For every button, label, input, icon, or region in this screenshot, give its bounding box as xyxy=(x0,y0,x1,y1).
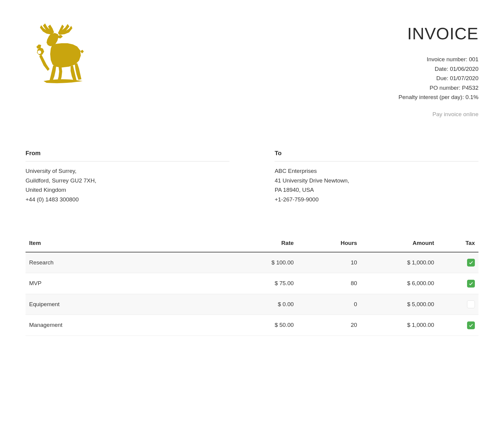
from-line: Guildford, Surrey GU2 7XH, xyxy=(26,176,229,185)
invoice-header: INVOICE Invoice number: 001 Date: 01/06/… xyxy=(26,21,478,119)
from-line: United Kingdom xyxy=(26,186,229,194)
table-header-row: Item Rate Hours Amount Tax xyxy=(26,235,478,252)
cell-tax xyxy=(438,252,478,273)
cell-item: MVP xyxy=(26,273,225,294)
check-icon xyxy=(469,281,473,286)
to-line: ABC Enterprises xyxy=(275,167,478,176)
line-items-table: Item Rate Hours Amount Tax Research$ 100… xyxy=(26,235,478,336)
cell-item: Management xyxy=(26,315,225,336)
cell-amount: $ 5,000.00 xyxy=(361,294,438,315)
pay-invoice-link[interactable]: Pay invoice online xyxy=(433,110,478,119)
from-block: From University of Surrey,Guildford, Sur… xyxy=(26,149,229,205)
stag-logo-icon xyxy=(26,21,86,84)
from-heading: From xyxy=(26,149,229,161)
col-header-tax: Tax xyxy=(438,235,478,252)
company-logo xyxy=(26,21,86,84)
col-header-hours: Hours xyxy=(297,235,361,252)
from-line: University of Surrey, xyxy=(26,167,229,176)
tax-checkbox[interactable] xyxy=(467,321,475,329)
col-header-item: Item xyxy=(26,235,225,252)
cell-tax xyxy=(438,273,478,294)
tax-checkbox[interactable] xyxy=(467,259,475,267)
tax-checkbox[interactable] xyxy=(467,300,475,308)
to-line: PA 18940, USA xyxy=(275,186,478,194)
to-heading: To xyxy=(275,149,478,161)
tax-checkbox[interactable] xyxy=(467,280,475,288)
check-icon xyxy=(469,323,473,328)
cell-hours: 20 xyxy=(297,315,361,336)
cell-rate: $ 0.00 xyxy=(225,294,297,315)
cell-amount: $ 6,000.00 xyxy=(361,273,438,294)
invoice-penalty: Penalty interest (per day): 0.1% xyxy=(399,93,478,102)
invoice-date: Date: 01/06/2020 xyxy=(399,65,478,74)
cell-amount: $ 1,000.00 xyxy=(361,315,438,336)
invoice-title: INVOICE xyxy=(399,21,478,46)
cell-rate: $ 100.00 xyxy=(225,252,297,273)
table-row: Equipement$ 0.000$ 5,000.00 xyxy=(26,294,478,315)
from-line: +44 (0) 1483 300800 xyxy=(26,195,229,204)
to-block: To ABC Enterprises41 University Drive Ne… xyxy=(275,149,478,205)
cell-item: Equipement xyxy=(26,294,225,315)
invoice-meta: INVOICE Invoice number: 001 Date: 01/06/… xyxy=(399,21,478,119)
col-header-rate: Rate xyxy=(225,235,297,252)
to-line: 41 University Drive Newtown, xyxy=(275,176,478,185)
col-header-amount: Amount xyxy=(361,235,438,252)
cell-rate: $ 50.00 xyxy=(225,315,297,336)
cell-amount: $ 1,000.00 xyxy=(361,252,438,273)
cell-hours: 10 xyxy=(297,252,361,273)
cell-item: Research xyxy=(26,252,225,273)
table-row: Management$ 50.0020$ 1,000.00 xyxy=(26,315,478,336)
cell-rate: $ 75.00 xyxy=(225,273,297,294)
cell-tax xyxy=(438,315,478,336)
cell-hours: 0 xyxy=(297,294,361,315)
cell-tax xyxy=(438,294,478,315)
to-line: +1-267-759-9000 xyxy=(275,195,478,204)
invoice-po: PO number: P4532 xyxy=(399,84,478,92)
check-icon xyxy=(469,260,473,265)
parties-section: From University of Surrey,Guildford, Sur… xyxy=(26,149,478,205)
table-row: Research$ 100.0010$ 1,000.00 xyxy=(26,252,478,273)
table-row: MVP$ 75.0080$ 6,000.00 xyxy=(26,273,478,294)
invoice-number: Invoice number: 001 xyxy=(399,55,478,64)
invoice-due: Due: 01/07/2020 xyxy=(399,74,478,83)
cell-hours: 80 xyxy=(297,273,361,294)
